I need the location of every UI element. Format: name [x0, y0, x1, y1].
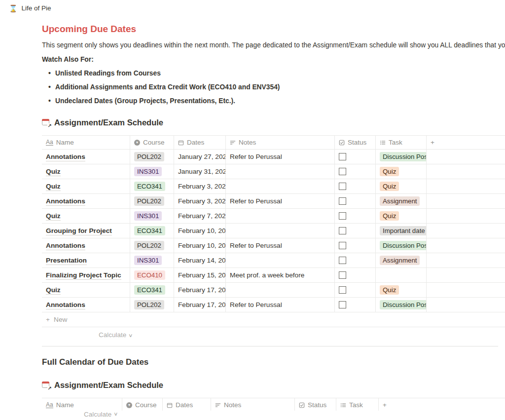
name-cell[interactable]: Annotations — [42, 298, 130, 312]
task-cell[interactable]: Assignment — [376, 194, 427, 208]
table-row[interactable]: Annotations POL202 February 3, 2022 Refe… — [42, 194, 505, 209]
status-checkbox[interactable] — [339, 242, 346, 249]
row-title[interactable]: Annotations — [46, 153, 85, 161]
status-cell[interactable] — [335, 150, 376, 164]
notes-cell[interactable] — [226, 283, 335, 297]
column-header-course[interactable]: ▾ Course — [122, 398, 163, 412]
name-cell[interactable]: Quiz — [42, 283, 130, 297]
dates-cell[interactable]: February 17, 2022 — [174, 298, 226, 312]
linked-database-name[interactable]: Assignment/Exam Schedule — [54, 118, 163, 127]
column-header-course[interactable]: ▾ Course — [130, 136, 174, 149]
notes-cell[interactable] — [226, 179, 335, 193]
notes-cell[interactable] — [226, 164, 335, 179]
notes-cell[interactable] — [226, 224, 335, 238]
column-header-task[interactable]: Task — [336, 398, 379, 412]
notes-cell[interactable]: Refer to Perussal — [226, 194, 335, 208]
notes-cell[interactable]: Refer to Perussal — [226, 298, 335, 312]
table-row[interactable]: Grouping for Project ECO341 February 10,… — [42, 224, 505, 238]
course-cell[interactable]: POL202 — [130, 238, 174, 253]
table-row[interactable]: Quiz INS301 January 31, 2022 Quiz — [42, 164, 505, 179]
status-cell[interactable] — [335, 209, 376, 223]
row-title[interactable]: Annotations — [46, 241, 85, 250]
name-cell[interactable]: Grouping for Project — [42, 224, 130, 238]
course-cell[interactable]: INS301 — [130, 253, 174, 267]
dates-cell[interactable]: January 31, 2022 — [174, 164, 226, 179]
status-cell[interactable] — [335, 224, 376, 238]
notes-cell[interactable]: Meet prof. a week before — [226, 268, 335, 282]
dates-cell[interactable]: February 15, 2022 — [174, 268, 226, 282]
dates-cell[interactable]: February 3, 2022 — [174, 194, 226, 208]
column-header-notes[interactable]: Notes — [211, 398, 295, 412]
status-checkbox[interactable] — [339, 168, 346, 175]
course-cell[interactable]: ECO341 — [130, 224, 174, 238]
status-cell[interactable] — [335, 238, 376, 253]
column-header-name[interactable]: Aa Name — [42, 398, 122, 412]
row-title[interactable]: Presentation — [46, 256, 87, 265]
table-row[interactable]: Quiz ECO341 February 17, 2022 Quiz — [42, 283, 505, 298]
status-checkbox[interactable] — [339, 153, 346, 160]
dates-cell[interactable]: January 27, 2022 — [174, 150, 226, 164]
status-checkbox[interactable] — [339, 301, 346, 308]
new-row-button[interactable]: + New — [42, 312, 505, 327]
table-row[interactable]: Presentation INS301 February 14, 2022 As… — [42, 253, 505, 268]
status-checkbox[interactable] — [339, 183, 346, 190]
column-header-dates[interactable]: Dates — [174, 136, 226, 149]
task-cell[interactable]: Discussion Post — [376, 150, 427, 164]
course-cell[interactable]: ECO341 — [130, 179, 174, 193]
status-checkbox[interactable] — [339, 257, 346, 264]
name-cell[interactable]: Presentation — [42, 253, 130, 267]
notes-cell[interactable]: Refer to Perussal — [226, 238, 335, 253]
name-cell[interactable]: Annotations — [42, 238, 130, 253]
row-title[interactable]: Finalizing Project Topic — [46, 271, 121, 280]
breadcrumb[interactable]: ⌛ Life of Pie — [0, 0, 505, 15]
task-cell[interactable]: Discussion Post — [376, 298, 427, 312]
table-row[interactable]: Annotations POL202 February 10, 2022 Ref… — [42, 238, 505, 253]
row-title[interactable]: Quiz — [46, 286, 61, 295]
name-cell[interactable]: Annotations — [42, 150, 130, 164]
dates-cell[interactable]: February 17, 2022 — [174, 283, 226, 297]
course-cell[interactable]: ECO341 — [130, 283, 174, 297]
status-cell[interactable] — [335, 253, 376, 267]
breadcrumb-page-title[interactable]: Life of Pie — [21, 4, 51, 12]
row-title[interactable]: Annotations — [46, 197, 85, 206]
course-cell[interactable]: ECO410 — [130, 268, 174, 282]
add-column-button[interactable]: + — [379, 398, 505, 412]
column-header-status[interactable]: Status — [295, 398, 336, 412]
task-cell[interactable]: Discussion Post — [376, 238, 427, 253]
notes-cell[interactable] — [226, 253, 335, 267]
calculate-button[interactable]: Calculate ∨ — [42, 327, 505, 343]
task-cell[interactable]: Important date — [376, 224, 427, 238]
status-cell[interactable] — [335, 164, 376, 179]
linked-database-name[interactable]: Assignment/Exam Schedule — [54, 381, 163, 390]
notes-cell[interactable] — [226, 209, 335, 223]
table-row[interactable]: Quiz INS301 February 7, 2022 Quiz — [42, 209, 505, 224]
name-cell[interactable]: Annotations — [42, 194, 130, 208]
add-column-button[interactable]: + — [427, 136, 505, 149]
row-title[interactable]: Quiz — [46, 167, 61, 176]
column-header-status[interactable]: Status — [335, 136, 376, 149]
row-title[interactable]: Quiz — [46, 182, 61, 191]
task-cell[interactable]: Assignment — [376, 253, 427, 267]
course-cell[interactable]: POL202 — [130, 150, 174, 164]
table-row[interactable]: Quiz ECO341 February 3, 2022 Quiz — [42, 179, 505, 194]
row-title[interactable]: Quiz — [46, 212, 61, 221]
course-cell[interactable]: INS301 — [130, 164, 174, 179]
dates-cell[interactable]: February 7, 2022 — [174, 209, 226, 223]
column-header-dates[interactable]: Dates — [163, 398, 211, 412]
name-cell[interactable]: Finalizing Project Topic — [42, 268, 130, 282]
dates-cell[interactable]: February 14, 2022 — [174, 253, 226, 267]
status-cell[interactable] — [335, 194, 376, 208]
status-cell[interactable] — [335, 268, 376, 282]
name-cell[interactable]: Quiz — [42, 179, 130, 193]
status-cell[interactable] — [335, 283, 376, 297]
linked-database-title[interactable]: ↗ Assignment/Exam Schedule — [42, 115, 505, 130]
row-title[interactable]: Grouping for Project — [46, 227, 112, 235]
status-cell[interactable] — [335, 179, 376, 193]
course-cell[interactable]: POL202 — [130, 194, 174, 208]
linked-database-title[interactable]: ↗ Assignment/Exam Schedule — [42, 377, 505, 393]
course-cell[interactable]: POL202 — [130, 298, 174, 312]
dates-cell[interactable]: February 10, 2022 — [174, 224, 226, 238]
task-cell[interactable] — [376, 268, 427, 282]
column-header-name[interactable]: Aa Name — [42, 136, 130, 149]
task-cell[interactable]: Quiz — [376, 179, 427, 193]
